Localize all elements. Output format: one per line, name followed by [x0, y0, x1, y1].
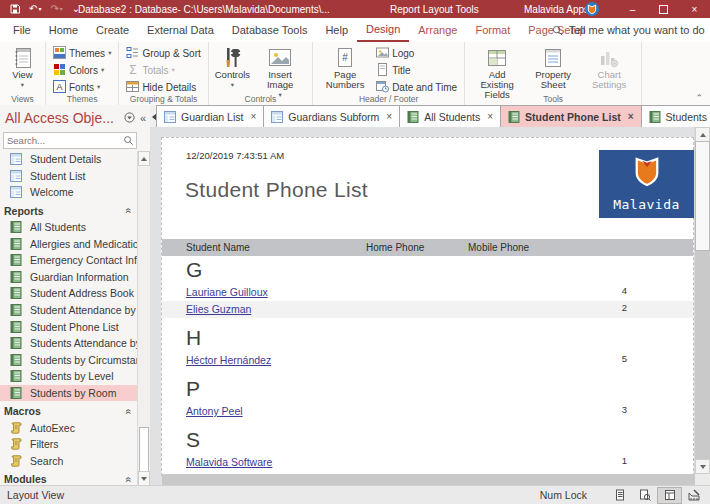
property-sheet-button[interactable]: Property Sheet	[525, 44, 581, 91]
account-name[interactable]: Malavida Apps	[524, 4, 589, 15]
nav-item-welcome[interactable]: Welcome	[0, 184, 138, 201]
insert-image-button[interactable]: Insert Image ▾	[252, 44, 308, 101]
nav-item-autoexec[interactable]: AutoExec	[0, 419, 138, 436]
column-student-name[interactable]: Student Name	[186, 242, 250, 253]
report-page[interactable]: 12/20/2019 7:43:51 AM Student Phone List…	[161, 137, 694, 476]
save-icon[interactable]	[10, 4, 20, 14]
nav-item-student-phone-list[interactable]: Student Phone List	[0, 318, 138, 335]
nav-item-student-list[interactable]: Student List	[0, 168, 138, 185]
report-view-button[interactable]	[607, 487, 632, 504]
student-name-link[interactable]: Malavida Software	[186, 456, 272, 468]
design-view-button[interactable]	[682, 487, 707, 504]
search-input[interactable]	[4, 135, 123, 146]
scroll-thumb[interactable]	[139, 427, 149, 475]
column-home-phone[interactable]: Home Phone	[366, 242, 424, 253]
themes-button[interactable]: Themes ▾	[50, 45, 114, 61]
nav-item-students-by-circumstance[interactable]: Students by Circumstance	[0, 352, 138, 369]
close-icon[interactable]: ×	[487, 111, 493, 122]
doc-tab-guardian-list[interactable]: Guardian List×	[156, 105, 264, 127]
nav-item-student-details[interactable]: Student Details	[0, 151, 138, 168]
close-icon[interactable]: ×	[628, 111, 634, 122]
date-and-time-button[interactable]: Date and Time	[373, 79, 460, 95]
nav-item-allergies-and-medications[interactable]: Allergies and Medications	[0, 235, 138, 252]
nav-item-all-students[interactable]: All Students	[0, 219, 138, 236]
search-icon[interactable]	[123, 135, 134, 146]
scroll-down-icon[interactable]	[695, 459, 710, 474]
menu-circle-icon[interactable]	[124, 112, 135, 123]
doc-tab-student-phone-list[interactable]: Student Phone List×	[500, 105, 642, 127]
layout-view-button[interactable]	[657, 487, 682, 504]
vertical-scrollbar[interactable]	[694, 127, 710, 474]
nav-item-students-attendance-by-d[interactable]: Students Attendance by D...	[0, 335, 138, 352]
hide-details-button[interactable]: Hide Details	[123, 79, 203, 95]
doc-tab-students-by-room[interactable]: Students by Room×	[641, 105, 710, 127]
nav-item-filters[interactable]: Filters	[0, 436, 138, 453]
nav-scrollbar[interactable]	[137, 151, 150, 486]
nav-item-search[interactable]: Search	[0, 453, 138, 470]
avatar[interactable]	[585, 2, 599, 16]
student-name-link[interactable]: Lauriane Guilloux	[186, 286, 268, 298]
report-row[interactable]: Malavida Software1	[162, 454, 693, 471]
close-icon[interactable]: ×	[386, 111, 392, 122]
redo-button[interactable]: ↷ ▾	[50, 4, 62, 14]
fonts-button[interactable]: A Fonts ▾	[50, 79, 114, 95]
collapse-section-icon[interactable]: «	[124, 208, 135, 214]
ribbon-tab-database-tools[interactable]: Database Tools	[223, 18, 317, 42]
page-numbers-button[interactable]: # Page Numbers	[317, 44, 373, 91]
student-name-link[interactable]: Héctor Hernández	[186, 354, 271, 366]
report-logo[interactable]: Malavida	[599, 150, 694, 218]
controls-button[interactable]: Controls ▾	[213, 44, 252, 91]
tell-me-box[interactable]: Tell me what you want to do	[552, 18, 705, 42]
ribbon-tab-design[interactable]: Design	[357, 18, 409, 42]
doc-tab-all-students[interactable]: All Students×	[399, 105, 501, 127]
ribbon-tab-home[interactable]: Home	[40, 18, 87, 42]
report-row[interactable]: Héctor Hernández5	[162, 352, 693, 369]
ribbon-tab-format[interactable]: Format	[466, 18, 519, 42]
nav-item-emergency-contact-inform[interactable]: Emergency Contact Inform...	[0, 252, 138, 269]
shutter-bar-icon[interactable]: «	[140, 112, 146, 124]
colors-button[interactable]: Colors ▾	[50, 62, 114, 78]
minimize-button[interactable]: –	[617, 0, 648, 18]
view-button[interactable]: View ▾	[4, 44, 41, 91]
report-row[interactable]: Antony Peel3	[162, 403, 693, 420]
scroll-down-icon[interactable]	[138, 471, 150, 486]
nav-item-students-by-level[interactable]: Students by Level	[0, 368, 138, 385]
print-preview-button[interactable]	[632, 487, 657, 504]
add-existing-fields-button[interactable]: Add Existing Fields	[469, 44, 525, 101]
report-datetime[interactable]: 12/20/2019 7:43:51 AM	[186, 150, 284, 161]
ribbon-tab-arrange[interactable]: Arrange	[409, 18, 466, 42]
ribbon-tab-external-data[interactable]: External Data	[138, 18, 223, 42]
student-name-link[interactable]: Elies Guzman	[186, 303, 251, 315]
chart-settings-button[interactable]: Chart Settings	[581, 44, 637, 91]
ribbon-tab-file[interactable]: File	[4, 18, 40, 42]
scroll-up-icon[interactable]	[138, 151, 150, 166]
logo-button[interactable]: Logo	[373, 45, 460, 61]
scroll-thumb[interactable]	[695, 141, 710, 251]
scroll-up-icon[interactable]	[695, 127, 710, 142]
ribbon-tab-create[interactable]: Create	[87, 18, 138, 42]
column-mobile-phone[interactable]: Mobile Phone	[468, 242, 529, 253]
nav-search-box[interactable]	[3, 132, 137, 149]
title-button[interactable]: Title	[373, 62, 460, 78]
report-row[interactable]: Lauriane Guilloux4	[162, 284, 693, 301]
restore-button[interactable]	[648, 0, 679, 18]
nav-item-student-address-book[interactable]: Student Address Book	[0, 285, 138, 302]
doc-tab-guardians-subform[interactable]: Guardians Subform×	[263, 105, 400, 127]
totals-button[interactable]: Σ Totals ▾	[123, 62, 203, 78]
nav-item-student-attendance-by-da[interactable]: Student Attendance by Da...	[0, 302, 138, 319]
report-title[interactable]: Student Phone List	[185, 178, 368, 202]
collapse-section-icon[interactable]: «	[124, 409, 135, 415]
nav-section-reports[interactable]: Reports«	[0, 203, 138, 219]
undo-button[interactable]: ↶ ▾	[29, 4, 41, 14]
close-icon[interactable]: ×	[250, 111, 256, 122]
nav-item-students-by-room[interactable]: Students by Room	[0, 385, 138, 402]
ribbon-tab-help[interactable]: Help	[316, 18, 357, 42]
nav-section-macros[interactable]: Macros«	[0, 403, 138, 419]
collapse-section-icon[interactable]: «	[124, 476, 135, 482]
collapse-ribbon-icon[interactable]: ⌃	[695, 93, 703, 103]
report-row[interactable]: Elies Guzman2	[162, 301, 693, 318]
group-and-sort-button[interactable]: Group & Sort	[123, 45, 203, 61]
nav-item-guardian-information[interactable]: Guardian Information	[0, 269, 138, 286]
column-header-row[interactable]: Student Name Home Phone Mobile Phone	[162, 239, 693, 256]
close-button[interactable]: ×	[679, 0, 710, 18]
